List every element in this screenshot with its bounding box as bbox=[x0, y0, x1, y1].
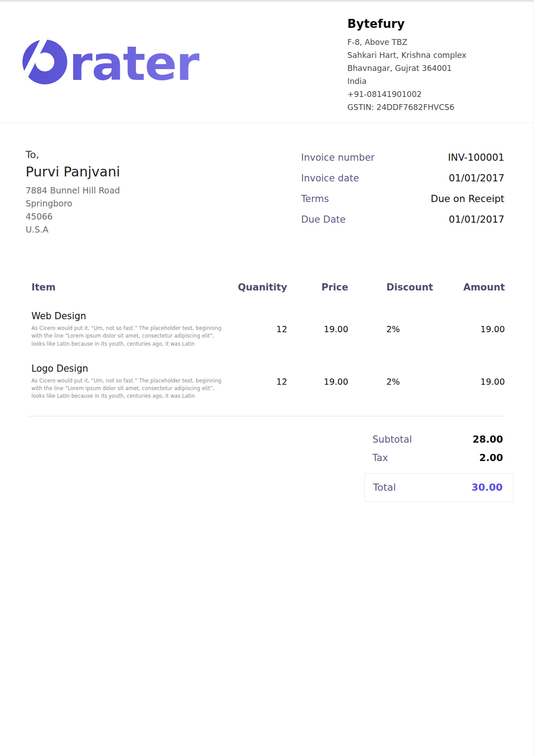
bill-to-name: Purvi Panjvani bbox=[26, 164, 120, 180]
due-date-label: Due Date bbox=[301, 214, 346, 225]
item-discount: 2% bbox=[348, 377, 432, 387]
invoice-number-row: Invoice number INV-100001 bbox=[301, 152, 504, 163]
total-box: Total 30.00 bbox=[364, 473, 513, 502]
subtotal-row: Subtotal 28.00 bbox=[364, 434, 513, 445]
bill-to-address-line: Springboro bbox=[26, 197, 120, 210]
col-header-discount: Discount bbox=[348, 282, 432, 293]
total-value: 30.00 bbox=[471, 482, 503, 493]
invoice-date-label: Invoice date bbox=[301, 173, 359, 184]
company-gstin: GSTIN: 24DDF7682FHVCS6 bbox=[347, 101, 504, 114]
invoice-page: rater Bytefury F-8, Above TBZ Sahkari Ha… bbox=[0, 0, 534, 756]
bill-to-address-line: 45066 bbox=[26, 210, 120, 223]
item-cell: Web Design As Cicero would put it, “Um, … bbox=[31, 311, 229, 348]
col-header-quantity: Quanitity bbox=[229, 282, 287, 293]
company-address-line: Sahkari Hart, Krishna complex bbox=[347, 49, 504, 62]
bill-to-block: To, Purvi Panjvani 7884 Bunnel Hill Road… bbox=[26, 149, 120, 236]
bill-to-address-line: 7884 Bunnel Hill Road bbox=[26, 184, 120, 197]
item-quantity: 12 bbox=[229, 377, 287, 387]
item-price: 19.00 bbox=[287, 324, 348, 334]
company-name: Bytefury bbox=[347, 17, 504, 31]
items-divider bbox=[28, 416, 504, 417]
company-address-line: F-8, Above TBZ bbox=[347, 36, 504, 49]
invoice-number-value: INV-100001 bbox=[448, 152, 504, 163]
item-amount: 19.00 bbox=[432, 377, 505, 387]
terms-row: Terms Due on Receipt bbox=[301, 193, 504, 204]
invoice-header: rater Bytefury F-8, Above TBZ Sahkari Ha… bbox=[0, 2, 534, 123]
item-name: Logo Design bbox=[31, 363, 223, 374]
totals-block: Subtotal 28.00 Tax 2.00 Total 30.00 bbox=[364, 434, 513, 502]
bill-to-address: 7884 Bunnel Hill Road Springboro 45066 U… bbox=[26, 184, 120, 236]
col-header-item: Item bbox=[31, 282, 229, 293]
company-address: F-8, Above TBZ Sahkari Hart, Krishna com… bbox=[347, 36, 504, 114]
company-block: Bytefury F-8, Above TBZ Sahkari Hart, Kr… bbox=[347, 17, 504, 114]
item-description: As Cicero would put it, “Um, not so fast… bbox=[31, 377, 223, 400]
address-section: To, Purvi Panjvani 7884 Bunnel Hill Road… bbox=[0, 123, 534, 236]
item-discount: 2% bbox=[348, 324, 432, 334]
items-table-header: Item Quanitity Price Discount Amount bbox=[31, 282, 504, 293]
invoice-date-row: Invoice date 01/01/2017 bbox=[301, 172, 504, 184]
due-date-value: 01/01/2017 bbox=[449, 214, 504, 225]
bill-to-prefix: To, bbox=[26, 149, 120, 160]
table-row: Web Design As Cicero would put it, “Um, … bbox=[31, 311, 504, 348]
subtotal-value: 28.00 bbox=[473, 434, 503, 445]
due-date-row: Due Date 01/01/2017 bbox=[301, 214, 504, 225]
terms-label: Terms bbox=[301, 193, 329, 204]
item-quantity: 12 bbox=[229, 324, 287, 334]
terms-value: Due on Receipt bbox=[431, 193, 504, 204]
company-address-line: Bhavnagar, Gujrat 364001 bbox=[347, 62, 504, 75]
col-header-amount: Amount bbox=[432, 282, 505, 293]
tax-value: 2.00 bbox=[479, 452, 503, 463]
subtotal-label: Subtotal bbox=[372, 434, 412, 445]
table-row: Logo Design As Cicero would put it, “Um,… bbox=[31, 363, 504, 400]
tax-row: Tax 2.00 bbox=[364, 452, 513, 463]
item-description: As Cicero would put it, “Um, not so fast… bbox=[31, 325, 223, 348]
bill-to-address-line: U.S.A bbox=[26, 223, 120, 236]
total-label: Total bbox=[373, 482, 396, 493]
invoice-date-value: 01/01/2017 bbox=[449, 172, 504, 184]
crater-logo-text: rater bbox=[69, 36, 199, 86]
company-phone: +91-08141901002 bbox=[347, 88, 504, 101]
tax-label: Tax bbox=[372, 453, 388, 463]
item-amount: 19.00 bbox=[432, 324, 505, 334]
invoice-meta: Invoice number INV-100001 Invoice date 0… bbox=[301, 152, 504, 236]
invoice-number-label: Invoice number bbox=[301, 152, 375, 163]
crater-logo-mark: rater bbox=[22, 32, 221, 86]
company-address-line: India bbox=[347, 75, 504, 88]
crater-c-glyph bbox=[22, 32, 67, 86]
col-header-price: Price bbox=[287, 282, 348, 293]
item-price: 19.00 bbox=[287, 377, 348, 387]
item-name: Web Design bbox=[31, 311, 223, 321]
item-cell: Logo Design As Cicero would put it, “Um,… bbox=[31, 363, 229, 400]
crater-logo: rater bbox=[22, 32, 221, 88]
items-table: Item Quanitity Price Discount Amount Web… bbox=[0, 282, 534, 400]
